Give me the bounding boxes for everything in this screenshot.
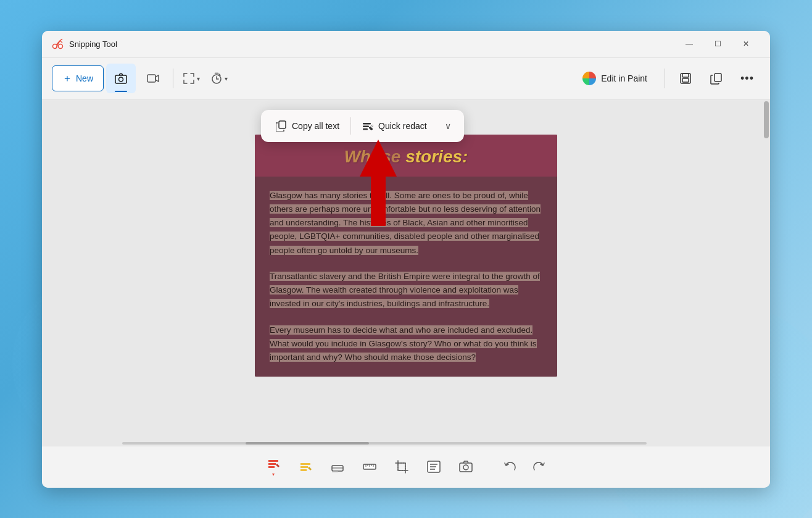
- toolbar-left: ＋ New: [52, 64, 570, 93]
- redo-icon: [532, 460, 545, 474]
- screenshot-para-1: Glasgow has many stories to tell. Some a…: [270, 189, 542, 257]
- new-plus-icon: ＋: [62, 72, 72, 85]
- scrollbar-track-h: [122, 442, 647, 445]
- save-icon: [679, 72, 692, 85]
- crop-tool-button[interactable]: [388, 453, 415, 480]
- svg-rect-28: [398, 463, 405, 470]
- popup-separator: [350, 117, 351, 135]
- screenshot-para-3: Every museum has to decide what and who …: [270, 324, 542, 365]
- app-title: Snipping Tool: [69, 40, 117, 49]
- svg-rect-17: [363, 125, 369, 127]
- screenshot-header-text: Whose stories:: [270, 147, 542, 167]
- region-chevron: ▾: [197, 75, 200, 82]
- eraser-tool-button[interactable]: [324, 453, 351, 480]
- main-toolbar: ＋ New: [42, 58, 770, 100]
- timer-button[interactable]: ▾: [206, 64, 231, 93]
- video-tool-button[interactable]: [138, 64, 168, 93]
- copy-all-text-button[interactable]: Copy all text: [266, 114, 349, 138]
- svg-point-1: [59, 44, 63, 49]
- svg-rect-18: [363, 128, 368, 130]
- save-button[interactable]: [673, 65, 698, 91]
- bottom-toolbar: ▾: [42, 446, 770, 488]
- new-button[interactable]: ＋ New: [52, 65, 104, 91]
- close-button[interactable]: ✕: [732, 34, 760, 54]
- svg-point-7: [119, 77, 123, 81]
- screenshot-image: Whose stories: Glasgow has many stories …: [255, 135, 557, 377]
- separator-1: [173, 69, 173, 88]
- svg-line-5: [60, 41, 62, 43]
- svg-rect-16: [363, 123, 371, 125]
- quick-redact-button[interactable]: Quick redact: [352, 114, 437, 138]
- highlight-tool-button[interactable]: [292, 453, 319, 480]
- svg-point-34: [463, 465, 468, 470]
- screenshot-body: Glasgow has many stories to tell. Some a…: [255, 177, 557, 377]
- crop-icon: [394, 459, 409, 474]
- edit-in-paint-button[interactable]: Edit in Paint: [573, 65, 657, 91]
- undo-icon: [503, 460, 517, 474]
- text-extract-button[interactable]: [420, 453, 447, 480]
- content-area: Copy all text Quick redact ∨: [42, 100, 770, 446]
- quick-redact-label: Quick redact: [378, 121, 427, 131]
- timer-chevron: ▾: [225, 75, 228, 82]
- title-bar: Snipping Tool — ☐ ✕: [42, 31, 770, 58]
- minimize-button[interactable]: —: [675, 34, 703, 54]
- region-selector-button[interactable]: ▾: [178, 64, 204, 93]
- paint-icon: [582, 72, 596, 85]
- more-options-button[interactable]: •••: [734, 65, 760, 91]
- svg-rect-8: [147, 75, 155, 82]
- copy-all-text-icon: [276, 120, 287, 132]
- toolbar-right: Edit in Paint •••: [573, 65, 760, 91]
- svg-rect-14: [715, 73, 721, 81]
- redact-tool-icon: [266, 456, 281, 471]
- screenshot-container: Copy all text Quick redact ∨: [255, 110, 557, 377]
- popup-more-button[interactable]: ∨: [437, 114, 459, 138]
- quick-redact-icon: [362, 120, 373, 132]
- svg-rect-15: [279, 121, 286, 128]
- more-options-icon: •••: [740, 72, 754, 85]
- screenshot-tool-button[interactable]: [106, 64, 136, 93]
- undo-button[interactable]: [497, 453, 524, 480]
- separator-2: [665, 69, 665, 88]
- title-bar-left: Snipping Tool: [52, 38, 675, 50]
- copy-button[interactable]: [703, 65, 729, 91]
- undo-redo-group: [497, 453, 552, 480]
- maximize-button[interactable]: ☐: [703, 34, 732, 54]
- scrollbar-thumb-h: [246, 442, 369, 445]
- svg-rect-21: [332, 471, 338, 472]
- copy-icon: [710, 72, 723, 85]
- title-bar-controls: — ☐ ✕: [675, 34, 760, 54]
- ruler-tool-button[interactable]: [356, 453, 383, 480]
- screenshot-para-2: Transatlantic slavery and the British Em…: [270, 270, 542, 311]
- horizontal-scrollbar[interactable]: [42, 441, 770, 446]
- popup-chevron-icon: ∨: [445, 121, 451, 131]
- camera-bottom-icon: [458, 459, 473, 474]
- camera-bottom-button[interactable]: [452, 453, 479, 480]
- app-icon: [52, 38, 64, 50]
- redo-button[interactable]: [525, 453, 552, 480]
- ruler-icon: [362, 459, 377, 474]
- camera-icon: [114, 72, 128, 85]
- vertical-scrollbar[interactable]: [763, 100, 770, 446]
- redact-dropdown-arrow: ▾: [272, 472, 275, 477]
- svg-rect-6: [115, 75, 126, 83]
- svg-rect-33: [460, 463, 472, 472]
- video-icon: [146, 72, 160, 85]
- popup-toolbar: Copy all text Quick redact ∨: [261, 110, 464, 142]
- highlight-tool-icon: [298, 459, 313, 474]
- svg-rect-13: [682, 78, 689, 82]
- redact-tool-button[interactable]: ▾: [260, 453, 287, 480]
- new-label: New: [76, 73, 93, 83]
- svg-rect-12: [682, 73, 689, 77]
- copy-all-text-label: Copy all text: [292, 121, 339, 131]
- snipping-tool-window: Snipping Tool — ☐ ✕ ＋ New: [42, 31, 770, 488]
- scrollbar-thumb-v: [764, 101, 769, 138]
- edit-in-paint-label: Edit in Paint: [601, 73, 647, 83]
- eraser-icon: [330, 459, 345, 474]
- timer-icon: [210, 72, 223, 85]
- text-extract-icon: [426, 459, 441, 474]
- region-icon: [182, 72, 196, 85]
